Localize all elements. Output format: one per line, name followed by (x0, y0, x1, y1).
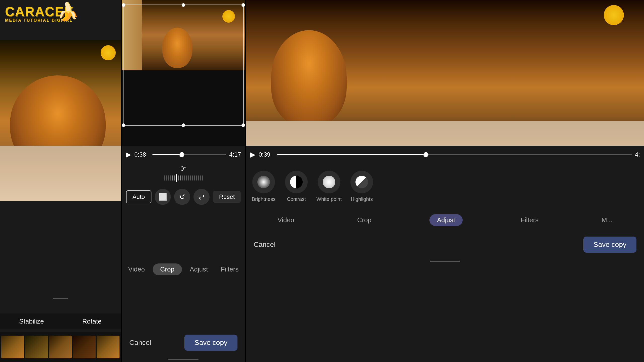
brightness-icon (252, 171, 275, 193)
tab-filters-adjust[interactable]: Filters (516, 214, 544, 226)
reset-button[interactable]: Reset (213, 191, 241, 203)
floor-area (0, 146, 121, 201)
seek-thumb[interactable] (179, 152, 184, 157)
current-time: 0:38 (134, 151, 149, 158)
highlights-icon-inner (355, 176, 368, 188)
thumbnail-item[interactable] (97, 336, 119, 358)
tick (172, 175, 173, 180)
tick (184, 175, 185, 180)
save-copy-button[interactable]: Save copy (184, 335, 237, 351)
contrast-label: Contrast (287, 196, 306, 202)
brightness-tool[interactable]: Brightness (251, 171, 276, 202)
white-point-icon-inner (323, 176, 335, 188)
tab-bar-adjust: Video Crop Adjust Filters M... (246, 210, 644, 231)
video-controls-crop: ▶ 0:38 4:17 (122, 146, 245, 163)
seek-progress-adjust (277, 154, 426, 155)
thumbnail-strip (0, 332, 121, 362)
play-button[interactable]: ▶ (126, 150, 131, 159)
tab-video[interactable]: Video (123, 263, 150, 275)
brightness-label: Brightness (252, 196, 276, 202)
crop-handle-bottom-left[interactable] (122, 123, 125, 127)
tick (186, 175, 187, 180)
tick (202, 175, 203, 180)
home-indicator (53, 298, 68, 299)
tab-crop[interactable]: Crop (153, 263, 182, 275)
thumbnail-item[interactable] (73, 336, 96, 358)
tick (180, 175, 181, 180)
tab-adjust[interactable]: Adjust (185, 263, 213, 275)
white-point-tool[interactable]: White point (316, 171, 342, 202)
contrast-icon (285, 171, 308, 193)
video-preview-adjust (246, 0, 644, 146)
seek-progress (152, 154, 182, 155)
panel-crop: ▶ 0:38 4:17 0° (122, 0, 245, 362)
tick (164, 175, 165, 180)
highlights-tool[interactable]: Highlights (349, 171, 374, 202)
seek-bar[interactable] (152, 154, 226, 155)
video-frame-adjust (246, 0, 644, 146)
tick (192, 175, 193, 180)
thumbnail-item[interactable] (49, 336, 72, 358)
tab-more-adjust[interactable]: M... (596, 214, 617, 226)
contrast-icon-inner (290, 176, 303, 188)
highlights-label: Highlights (351, 196, 373, 202)
tick (166, 175, 167, 180)
crop-handle-bottom-middle[interactable] (182, 123, 185, 127)
panel-adjust: ▶ 0:39 4: Brightness Contrast White poin… (246, 0, 644, 362)
thumbnail-item[interactable] (25, 336, 48, 358)
tick (170, 175, 171, 180)
crop-handle-top-middle[interactable] (182, 3, 185, 7)
tab-filters[interactable]: Filters (216, 263, 244, 275)
seek-thumb-adjust[interactable] (423, 152, 428, 157)
banana-icon: 🍌 (57, 1, 79, 22)
cancel-button-adjust[interactable]: Cancel (254, 241, 275, 249)
cancel-button[interactable]: Cancel (129, 339, 151, 347)
white-point-label: White point (316, 196, 342, 202)
home-indicator-adjust (430, 261, 460, 262)
tick (198, 175, 199, 180)
tab-video-adjust[interactable]: Video (272, 214, 299, 226)
tab-crop-adjust[interactable]: Crop (352, 214, 376, 226)
rotation-angle: 0° (181, 165, 186, 172)
adjust-tools-grid: Brightness Contrast White point Highligh… (246, 163, 644, 210)
panel1-action-bar: Stabilize Rotate (0, 313, 121, 329)
play-button-adjust[interactable]: ▶ (250, 150, 256, 159)
thumbnail-item[interactable] (1, 336, 24, 358)
cat-image-area (0, 40, 121, 201)
tick-center (176, 174, 177, 182)
home-indicator-crop (168, 359, 198, 360)
crop-handle-top-right[interactable] (242, 3, 245, 7)
tick (194, 175, 195, 180)
crop-handle-top-left[interactable] (122, 3, 125, 7)
logo-container: 🍌 CARACEK MEDIA TUTORIAL DIGITAL (5, 5, 74, 23)
tick (188, 175, 189, 180)
stabilize-button[interactable]: Stabilize (19, 318, 44, 325)
flip-button[interactable]: ⇄ (193, 189, 210, 205)
tick (200, 175, 201, 180)
crop-handle-bottom-right[interactable] (242, 123, 245, 127)
total-time: 4:17 (229, 151, 241, 158)
total-time-adjust: 4: (635, 151, 640, 158)
brightness-icon-inner (257, 176, 270, 188)
rotate-left-icon: ↺ (179, 193, 185, 201)
table-surface (246, 121, 644, 146)
crop-tools-bar: Auto ⬜ ↺ ⇄ Reset (122, 184, 245, 210)
save-copy-button-adjust[interactable]: Save copy (583, 237, 636, 253)
contrast-tool[interactable]: Contrast (284, 171, 309, 202)
rotate-button[interactable]: Rotate (82, 318, 102, 325)
flip-icon: ⇄ (199, 193, 205, 201)
flower-decoration (101, 45, 116, 60)
seek-bar-adjust[interactable] (277, 154, 632, 155)
video-preview-crop (122, 0, 245, 146)
tick (168, 175, 169, 180)
tab-adjust-adjust[interactable]: Adjust (429, 214, 463, 226)
bottom-actions-crop: Cancel Save copy (122, 329, 245, 357)
auto-button[interactable]: Auto (126, 190, 151, 203)
tick (174, 175, 175, 180)
highlights-icon (350, 171, 373, 193)
tick (182, 175, 183, 180)
rotate-left-button[interactable]: ↺ (174, 189, 190, 205)
aspect-ratio-button[interactable]: ⬜ (155, 189, 171, 205)
rotation-ticks[interactable] (122, 174, 245, 182)
crop-frame[interactable] (123, 5, 244, 126)
